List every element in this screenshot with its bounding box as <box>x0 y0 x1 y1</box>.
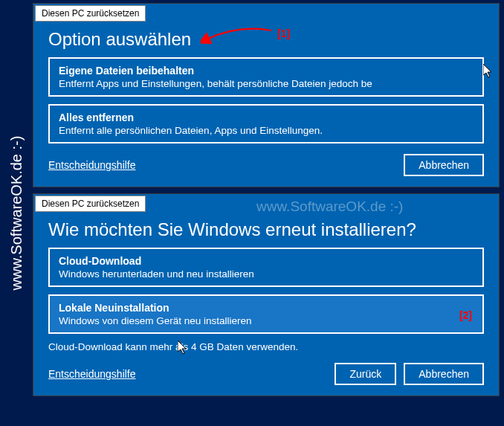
dialog-title: Diesen PC zurücksetzen <box>35 196 146 212</box>
reset-pc-dialog-2: Diesen PC zurücksetzen www.SoftwareOK.de… <box>33 193 500 396</box>
dialog-heading: Wie möchten Sie Windows erneut installie… <box>48 219 484 240</box>
option-title: Lokale Neuinstallation <box>59 302 474 314</box>
option-desc: Entfernt Apps und Einstellungen, behält … <box>59 78 474 89</box>
back-button[interactable]: Zurück <box>335 363 396 385</box>
cancel-button[interactable]: Abbrechen <box>404 154 484 176</box>
side-watermark: www.SoftwareOK.de :-) <box>6 0 28 426</box>
option-desc: Windows von diesem Gerät neu installiere… <box>59 315 474 326</box>
option-remove-all[interactable]: Alles entfernen Entfernt alle persönlich… <box>48 104 484 143</box>
cancel-button[interactable]: Abbrechen <box>404 363 484 385</box>
dialog-title: Diesen PC zurücksetzen <box>35 5 146 22</box>
option-title: Alles entfernen <box>59 112 474 123</box>
option-cloud-download[interactable]: Cloud-Download Windows herunterladen und… <box>48 248 484 287</box>
option-desc: Entfernt alle persönlichen Dateien, Apps… <box>59 125 474 136</box>
option-desc: Windows herunterladen und neu installier… <box>59 268 474 280</box>
help-link[interactable]: Entscheidungshilfe <box>48 159 136 171</box>
help-link[interactable]: Entscheidungshilfe <box>48 368 136 380</box>
option-local-reinstall[interactable]: Lokale Neuinstallation Windows von diese… <box>48 294 484 334</box>
dialog-heading: Option auswählen <box>48 29 484 50</box>
option-title: Cloud-Download <box>59 255 474 267</box>
cloud-download-note: Cloud-Download kann mehr als 4 GB Daten … <box>48 341 484 352</box>
option-keep-files[interactable]: Eigene Dateien beibehalten Entfernt Apps… <box>48 57 484 97</box>
option-title: Eigene Dateien beibehalten <box>59 65 474 77</box>
reset-pc-dialog-1: Diesen PC zurücksetzen Option auswählen … <box>33 3 500 187</box>
